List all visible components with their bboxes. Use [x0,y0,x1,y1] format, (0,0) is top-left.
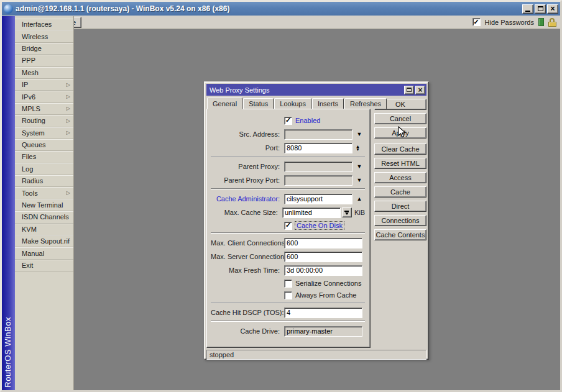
sidebar-item-files[interactable]: Files [15,151,73,163]
max-cache-size-input[interactable] [282,207,341,218]
cache-drive-label: Cache Drive: [211,327,284,335]
winbox-main-window: admin@192.168.1.1 (routersaya) - WinBox … [0,0,562,392]
max-client-connections-input[interactable] [284,238,362,248]
minimize-button[interactable] [522,4,533,14]
dialog-tabs: General Status Lookups Inserts Refreshes [206,97,371,109]
check-icon: ✓ [285,222,291,229]
cache-on-disk-row: ✓ Cache On Disk [211,221,365,230]
sidebar-item-ip[interactable]: IP▷ [15,79,73,91]
sidebar-item-log[interactable]: Log [15,163,73,175]
cache-drive-row: Cache Drive: [211,326,365,337]
cancel-button[interactable]: Cancel [374,113,426,124]
collapse-arrow-icon[interactable]: ▲ [356,196,363,202]
routeros-winbox-vertical-label: RouterOS WinBox [3,317,12,388]
dropdown-arrow-icon[interactable]: ▼ [356,177,363,183]
max-fresh-time-input[interactable] [284,265,362,276]
minimize-icon [525,11,530,12]
sidebar-item-kvm[interactable]: KVM [15,224,73,235]
dialog-titlebar[interactable]: Web Proxy Settings × [206,84,426,96]
dialog-close-icon: × [418,87,422,93]
cache-on-disk-checkbox[interactable]: ✓ [284,222,292,230]
sidebar-item-ppp[interactable]: PPP [15,55,73,66]
parent-proxy-port-combo[interactable] [284,175,352,186]
submenu-arrow-icon: ▷ [67,190,70,196]
dialog-button-column: OK Cancel Apply Clear Cache Reset HTML A… [374,97,426,348]
unit-dropdown-icon [344,211,349,212]
maximize-button[interactable] [535,4,546,14]
sidebar-item-queues[interactable]: Queues [15,139,73,151]
always-from-cache-row: Always From Cache [211,290,365,300]
sidebar-item-mesh[interactable]: Mesh [15,67,73,79]
check-icon: ✓ [473,19,479,25]
max-cache-size-row: Max. Cache Size: KiB [211,207,365,218]
check-icon: ✓ [285,117,291,124]
sidebar-item-make-supout[interactable]: Make Supout.rif [15,235,73,247]
cache-hit-dscp-row: Cache Hit DSCP (TOS): [211,307,365,318]
window-titlebar[interactable]: admin@192.168.1.1 (routersaya) - WinBox … [2,2,560,16]
parent-proxy-combo[interactable] [284,162,352,172]
tab-lookups[interactable]: Lookups [274,98,311,109]
clear-cache-button[interactable]: Clear Cache [374,144,426,155]
sidebar-item-routing[interactable]: Routing▷ [15,115,73,127]
tab-refreshes[interactable]: Refreshes [344,98,387,109]
port-input[interactable] [284,143,352,153]
serialize-connections-checkbox[interactable] [284,280,292,288]
cache-on-disk-label: Cache On Disk [295,222,344,229]
unit-dropdown-button[interactable] [342,207,352,217]
tab-status[interactable]: Status [243,98,274,109]
enabled-checkbox[interactable]: ✓ [284,117,292,125]
dropdown-arrow-icon[interactable]: ▼ [356,163,363,170]
apply-button[interactable]: Apply [374,127,426,139]
connection-status-icon [538,18,544,26]
cache-contents-button[interactable]: Cache Contents [374,229,426,240]
sidebar-item-tools[interactable]: Tools▷ [15,187,73,199]
sidebar-item-ipv6[interactable]: IPv6▷ [15,91,73,103]
main-toolbar: ↶ ↷ Safe Mode ✓ Hide Passwords [2,16,560,29]
tab-inserts[interactable]: Inserts [312,98,344,109]
maximize-icon [538,6,543,11]
max-server-connections-input[interactable] [284,252,362,262]
sidebar-item-system[interactable]: System▷ [15,127,73,139]
direct-button[interactable]: Direct [374,201,426,212]
port-label: Port: [211,144,284,152]
port-spinner[interactable]: ▲▼ [356,145,360,151]
dialog-maximize-button[interactable] [404,86,414,94]
src-address-row: Src. Address: ▼ [211,129,365,140]
parent-proxy-port-row: Parent Proxy Port: ▼ [211,175,365,186]
submenu-arrow-icon: ▷ [67,118,70,124]
sidebar-item-wireless[interactable]: Wireless [15,30,73,42]
connections-button[interactable]: Connections [374,215,426,226]
dropdown-arrow-icon[interactable]: ▼ [356,131,363,137]
serialize-connections-label: Serialize Connections [295,280,361,287]
access-button[interactable]: Access [374,172,426,183]
sidebar-item-manual[interactable]: Manual [15,247,73,259]
src-address-combo[interactable] [284,129,352,140]
parent-proxy-label: Parent Proxy: [211,163,284,170]
port-row: Port: ▲▼ [211,142,365,153]
parent-proxy-row: Parent Proxy: ▼ [211,161,365,172]
spin-down-icon[interactable]: ▼ [356,148,360,151]
sidebar-item-radius[interactable]: Radius [15,175,73,187]
always-from-cache-checkbox[interactable] [284,291,292,299]
section-separator [211,156,365,157]
tab-general[interactable]: General [207,98,242,109]
sidebar-item-interfaces[interactable]: Interfaces [15,19,73,30]
cache-hit-dscp-input[interactable] [284,308,362,318]
cache-hit-dscp-label: Cache Hit DSCP (TOS): [211,309,284,316]
enabled-row: ✓ Enabled [211,115,365,126]
cache-administrator-input[interactable] [284,194,352,204]
sidebar-item-bridge[interactable]: Bridge [15,43,73,55]
max-server-connections-label: Max. Server Connections: [211,253,284,260]
src-address-label: Src. Address: [211,130,284,138]
sidebar-item-exit[interactable]: Exit [15,260,73,271]
hide-passwords-checkbox[interactable]: ✓ [472,18,481,26]
window-title: admin@192.168.1.1 (routersaya) - WinBox … [16,4,522,13]
section-separator [211,232,365,234]
reset-html-button[interactable]: Reset HTML [374,158,426,169]
sidebar-item-isdn-channels[interactable]: ISDN Channels [15,211,73,223]
dialog-close-button[interactable]: × [415,86,425,94]
cache-button[interactable]: Cache [374,186,426,198]
sidebar-item-new-terminal[interactable]: New Terminal [15,199,73,211]
sidebar-item-mpls[interactable]: MPLS▷ [15,103,73,115]
close-button[interactable]: × [547,4,558,14]
